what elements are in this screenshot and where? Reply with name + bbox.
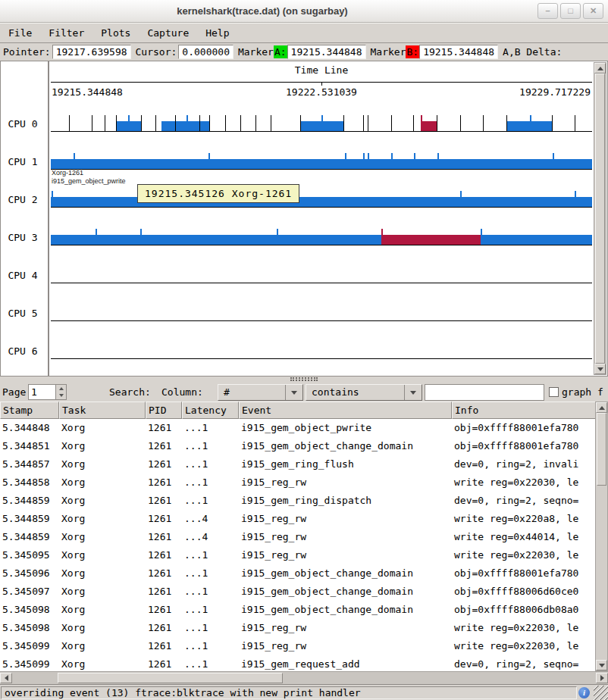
- scroll-down-icon[interactable]: [594, 364, 606, 374]
- page-up-icon[interactable]: [56, 385, 66, 392]
- graph-scrollbar-thumb[interactable]: [595, 73, 605, 364]
- event-tick: [391, 115, 392, 131]
- table-cell: 5.344858: [0, 473, 59, 492]
- cursor-value: 0.000000: [178, 45, 233, 59]
- table-cell: obj=0xffff88006d60ce0: [452, 583, 597, 601]
- scroll-up-icon[interactable]: [594, 63, 606, 73]
- cpu-row-3[interactable]: [51, 227, 592, 245]
- table-cell: 1261: [146, 619, 182, 637]
- table-header-stamp[interactable]: Stamp: [0, 402, 59, 419]
- marker-region-bar[interactable]: [421, 121, 437, 131]
- table-row[interactable]: 5.344859Xorg1261...1i915_gem_ring_dispat…: [0, 492, 597, 510]
- page-spinner[interactable]: 1: [28, 384, 67, 400]
- table-cell: obj=0xffff88001efa780: [452, 564, 597, 583]
- table-row[interactable]: 5.345097Xorg1261...1i915_gem_object_chan…: [0, 583, 597, 601]
- splitter-handle-icon: [290, 377, 318, 381]
- table-header-info[interactable]: Info: [452, 402, 597, 419]
- cpu-row-0[interactable]: [51, 113, 592, 132]
- table-cell: ...1: [182, 619, 239, 637]
- table-cell: ...1: [182, 473, 239, 492]
- table-row[interactable]: 5.345099Xorg1261...1i915_reg_rwwrite reg…: [0, 637, 597, 655]
- cpu-run-bar[interactable]: [51, 197, 592, 207]
- menu-item-filter[interactable]: Filter: [40, 23, 92, 42]
- event-tick: [271, 115, 271, 131]
- table-cell: 5.345099: [0, 637, 59, 655]
- hscrollbar-thumb[interactable]: [58, 673, 283, 683]
- table-cell: dev=0, ring=2, seqno=: [452, 492, 597, 510]
- table-cell: i915_gem_ring_dispatch: [239, 492, 452, 510]
- event-tick: [460, 115, 461, 131]
- cpu-row-2[interactable]: [51, 189, 592, 208]
- table-header-latency[interactable]: Latency: [182, 402, 239, 419]
- match-select[interactable]: contains: [306, 384, 422, 401]
- table-cell: i915_gem_object_pwrite: [239, 419, 452, 437]
- window-title: kernelshark(trace.dat) (on sugarbay): [0, 0, 525, 23]
- table-cell: ...1: [182, 583, 239, 601]
- table-header-event[interactable]: Event: [239, 402, 452, 419]
- column-select[interactable]: #: [218, 384, 303, 401]
- info-icon[interactable]: i: [578, 687, 590, 698]
- table-row[interactable]: 5.345098Xorg1261...1i915_gem_object_chan…: [0, 601, 597, 619]
- cpu-label-6: CPU 6: [1, 345, 45, 358]
- menu-item-help[interactable]: Help: [197, 23, 237, 42]
- event-tick: [345, 153, 346, 169]
- scroll-down-icon[interactable]: [596, 660, 607, 670]
- table-row[interactable]: 5.345096Xorg1261...1i915_gem_object_chan…: [0, 564, 597, 583]
- table-cell: i915_gem_ring_flush: [239, 455, 452, 473]
- table-row[interactable]: 5.345095Xorg1261...1i915_reg_rwwrite reg…: [0, 546, 597, 564]
- search-input[interactable]: [425, 384, 544, 401]
- table-cell: Xorg: [59, 455, 146, 473]
- marker-b-label: Marker: [368, 46, 406, 58]
- table-cell: Xorg: [59, 619, 146, 637]
- table-cell: Xorg: [59, 601, 146, 619]
- table-cell: 5.345098: [0, 619, 59, 637]
- event-tick: [92, 115, 92, 131]
- menu-item-capture[interactable]: Capture: [139, 23, 197, 42]
- table-cell: i915_gem_object_change_domain: [239, 564, 452, 583]
- scroll-up-icon[interactable]: [596, 402, 607, 413]
- table-header-pid[interactable]: PID: [146, 402, 182, 419]
- table-horizontal-scrollbar[interactable]: [0, 671, 608, 684]
- table-row[interactable]: 5.344859Xorg1261...4i915_reg_rwwrite reg…: [0, 528, 597, 546]
- table-cell: Xorg: [59, 564, 146, 583]
- table-row[interactable]: 5.344858Xorg1261...1i915_reg_rwwrite reg…: [0, 473, 597, 492]
- page-down-icon[interactable]: [56, 392, 66, 400]
- close-button[interactable]: ✕: [583, 3, 603, 19]
- table-row[interactable]: 5.345099Xorg1261...1i915_gem_request_add…: [0, 655, 597, 671]
- table-row[interactable]: 5.345098Xorg1261...1i915_reg_rwwrite reg…: [0, 619, 597, 637]
- cpu-row-6[interactable]: [51, 340, 592, 359]
- cpu-row-1[interactable]: [51, 151, 592, 170]
- cpu-run-bar[interactable]: [51, 159, 592, 169]
- pane-splitter[interactable]: [0, 377, 608, 383]
- pointer-value: 19217.639598: [52, 45, 131, 59]
- cpu-run-bar[interactable]: [51, 235, 592, 245]
- graph-vertical-scrollbar[interactable]: [594, 62, 606, 375]
- scroll-right-icon[interactable]: [596, 673, 608, 683]
- table-vertical-scrollbar[interactable]: [595, 402, 608, 671]
- scroll-left-icon[interactable]: [0, 673, 12, 683]
- graph-filter-checkbox[interactable]: [549, 387, 559, 397]
- resize-grip[interactable]: [594, 686, 608, 700]
- menu-item-plots[interactable]: Plots: [92, 23, 139, 42]
- table-scrollbar-thumb[interactable]: [597, 413, 606, 486]
- table-cell: write reg=0x22030, le: [452, 473, 597, 492]
- table-cell: 5.344859: [0, 510, 59, 528]
- event-bar[interactable]: [506, 121, 552, 131]
- timeline-plot[interactable]: Time Line 19222.531039 19215.344848 1922…: [51, 61, 592, 376]
- event-tick: [105, 115, 105, 131]
- maximize-button[interactable]: □: [560, 3, 581, 19]
- table-cell: 5.345095: [0, 546, 59, 564]
- table-row[interactable]: 5.344851Xorg1261...1i915_gem_object_chan…: [0, 437, 597, 455]
- cpu-row-5[interactable]: [51, 302, 592, 321]
- menu-item-file[interactable]: File: [0, 23, 40, 42]
- table-header-task[interactable]: Task: [59, 402, 146, 419]
- table-row[interactable]: 5.344857Xorg1261...1i915_gem_ring_flushd…: [0, 455, 597, 473]
- table-row[interactable]: 5.344859Xorg1261...4i915_reg_rwwrite reg…: [0, 510, 597, 528]
- marker-region-bar[interactable]: [381, 235, 481, 245]
- cpu-row-4[interactable]: [51, 264, 592, 283]
- event-bar[interactable]: [161, 121, 209, 131]
- timeline-tooltip: 19215.345126 Xorg-1261: [137, 184, 299, 203]
- table-row[interactable]: 5.344848Xorg1261...1i915_gem_object_pwri…: [0, 419, 597, 437]
- timestamp-start: 19215.344848: [52, 86, 123, 98]
- minimize-button[interactable]: –: [537, 3, 558, 19]
